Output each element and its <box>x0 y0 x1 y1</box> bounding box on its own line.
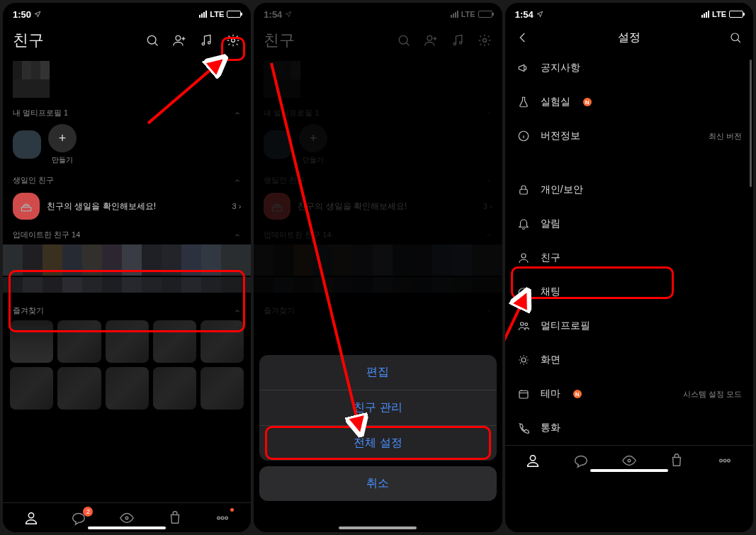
new-badge: N <box>583 98 592 106</box>
home-indicator <box>590 469 668 472</box>
svg-point-25 <box>531 455 536 460</box>
sheet-all-settings[interactable]: 전체 설정 <box>259 425 496 461</box>
svg-point-23 <box>521 358 526 362</box>
tab-friends[interactable] <box>21 508 41 528</box>
favorite-item[interactable] <box>106 320 149 363</box>
chevron-up-icon[interactable] <box>234 308 241 315</box>
settings-list: 공지사항 실험실 N 버전정보 최신 버전 개인/보안 알림 친구 채팅 <box>505 51 753 445</box>
svg-point-5 <box>28 512 33 517</box>
theme-icon <box>517 387 531 401</box>
tab-chat[interactable]: 2 <box>69 508 89 528</box>
svg-point-0 <box>148 35 157 44</box>
location-icon <box>34 11 41 18</box>
new-badge: N <box>573 390 582 398</box>
chevron-up-icon[interactable] <box>234 110 241 117</box>
sun-icon <box>517 353 531 367</box>
svg-point-26 <box>628 459 631 462</box>
settings-item-theme[interactable]: 테마 N 시스템 설정 모드 <box>508 377 750 411</box>
status-bar: 1:50 LTE <box>3 3 251 23</box>
updated-friends-strip-2[interactable] <box>3 277 251 293</box>
favorite-item[interactable] <box>10 367 53 410</box>
multi-profile-avatar[interactable] <box>13 130 41 159</box>
bell-icon <box>517 217 531 231</box>
svg-point-7 <box>218 517 220 519</box>
settings-item-notice[interactable]: 공지사항 <box>508 51 750 85</box>
action-sheet: 편집 친구 관리 전체 설정 취소 <box>259 355 496 501</box>
location-icon <box>536 11 543 18</box>
settings-item-lab[interactable]: 실험실 N <box>508 85 750 119</box>
tab-more[interactable] <box>213 508 232 528</box>
tab-view[interactable] <box>117 508 137 528</box>
settings-item-multiprofile[interactable]: 멀티프로필 <box>508 309 750 343</box>
flask-icon <box>517 95 531 109</box>
svg-point-8 <box>222 517 225 519</box>
svg-point-9 <box>225 517 228 519</box>
svg-point-6 <box>125 517 128 519</box>
svg-point-1 <box>176 35 181 40</box>
updated-friends-strip[interactable] <box>3 244 251 276</box>
header: 친구 <box>3 23 251 55</box>
favorite-item[interactable] <box>201 320 244 363</box>
sheet-edit[interactable]: 편집 <box>259 355 496 390</box>
favorite-item[interactable] <box>57 320 101 363</box>
scrollbar[interactable] <box>750 60 752 490</box>
version-value: 최신 버전 <box>709 131 742 142</box>
add-friend-icon[interactable] <box>171 33 187 48</box>
svg-point-22 <box>525 323 528 326</box>
theme-value: 시스템 설정 모드 <box>683 389 742 400</box>
tab-bar <box>505 445 753 475</box>
label: 버전정보 <box>541 130 580 142</box>
chevron-up-icon[interactable] <box>234 177 241 184</box>
svg-point-4 <box>232 39 235 43</box>
chevron-up-icon[interactable] <box>234 232 241 239</box>
settings-item-notifications[interactable]: 알림 <box>508 207 750 241</box>
signal-icon <box>199 11 207 18</box>
battery-icon <box>227 11 241 18</box>
updated-header: 업데이트한 친구 14 <box>13 230 80 240</box>
label: 알림 <box>541 218 560 230</box>
notification-dot <box>230 508 234 512</box>
label: 공지사항 <box>541 62 580 74</box>
favorite-item[interactable] <box>153 367 196 410</box>
svg-rect-24 <box>519 391 528 399</box>
settings-title: 설정 <box>531 30 728 45</box>
sheet-cancel[interactable]: 취소 <box>259 466 496 501</box>
svg-point-17 <box>731 33 739 41</box>
tab-view[interactable] <box>619 451 639 471</box>
tab-shop[interactable] <box>165 508 185 528</box>
label: 채팅 <box>541 286 560 298</box>
music-icon[interactable] <box>198 33 214 48</box>
tab-friends[interactable] <box>523 451 543 471</box>
settings-item-privacy[interactable]: 개인/보안 <box>508 173 750 207</box>
search-icon[interactable] <box>728 30 743 45</box>
add-profile-button[interactable]: + <box>48 124 77 152</box>
tab-chat[interactable] <box>571 451 591 471</box>
svg-point-29 <box>728 459 730 462</box>
settings-item-call[interactable]: 통화 <box>508 411 750 445</box>
home-indicator <box>88 526 166 529</box>
chat-icon <box>517 285 531 299</box>
gear-icon[interactable] <box>225 33 241 48</box>
settings-item-chat[interactable]: 채팅 <box>508 275 750 309</box>
favorites-grid <box>10 320 244 410</box>
settings-item-version[interactable]: 버전정보 최신 버전 <box>508 119 750 153</box>
birthday-row[interactable]: 친구의 생일을 확인해보세요! 3 › <box>13 188 241 224</box>
label: 화면 <box>541 354 560 366</box>
favorite-item[interactable] <box>57 367 101 410</box>
favorite-item[interactable] <box>201 367 244 410</box>
sheet-manage-friends[interactable]: 친구 관리 <box>259 390 496 425</box>
battery-icon <box>729 11 743 18</box>
page-title: 친구 <box>13 30 44 51</box>
settings-item-display[interactable]: 화면 <box>508 343 750 377</box>
label: 통화 <box>541 422 560 434</box>
search-icon[interactable] <box>145 33 160 48</box>
svg-point-2 <box>202 43 204 45</box>
back-icon[interactable] <box>515 30 531 45</box>
tab-more[interactable] <box>715 451 735 471</box>
my-profile-avatar[interactable] <box>13 61 50 98</box>
favorite-item[interactable] <box>10 320 53 363</box>
tab-shop[interactable] <box>667 451 687 471</box>
settings-item-friends[interactable]: 친구 <box>508 241 750 275</box>
favorite-item[interactable] <box>106 367 149 410</box>
favorite-item[interactable] <box>153 320 196 363</box>
